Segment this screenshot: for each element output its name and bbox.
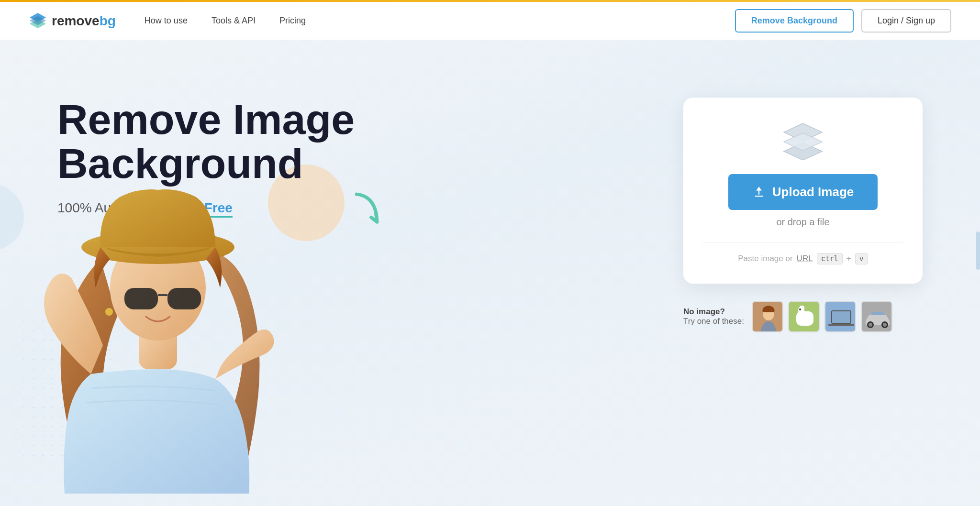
hero-section: Remove Image Background 100% Automatical… bbox=[0, 40, 980, 506]
logo-icon bbox=[29, 12, 47, 30]
layers-icon bbox=[779, 121, 827, 160]
upload-image-button[interactable]: Upload Image bbox=[728, 174, 878, 210]
paste-area: Paste image or URL ctrl + v bbox=[702, 242, 903, 264]
sample-thumbs bbox=[752, 301, 892, 332]
svg-point-28 bbox=[883, 323, 887, 327]
sample-image-4[interactable] bbox=[861, 301, 892, 332]
sample-image-2[interactable] bbox=[788, 301, 820, 332]
svg-point-9 bbox=[105, 308, 113, 316]
nav-link-pricing[interactable]: Pricing bbox=[279, 16, 306, 25]
svg-marker-12 bbox=[784, 133, 822, 151]
svg-point-18 bbox=[798, 307, 804, 314]
hero-right: Upload Image or drop a file Paste image … bbox=[683, 78, 923, 332]
upload-icon-area bbox=[702, 121, 903, 160]
nav-link-tools-api[interactable]: Tools & API bbox=[212, 16, 256, 25]
upload-card: Upload Image or drop a file Paste image … bbox=[683, 98, 923, 284]
url-link[interactable]: URL bbox=[797, 254, 813, 264]
svg-rect-22 bbox=[832, 311, 850, 323]
remove-background-button[interactable]: Remove Background bbox=[735, 9, 854, 33]
sample-image-3[interactable] bbox=[824, 301, 856, 332]
svg-rect-6 bbox=[167, 288, 201, 309]
svg-rect-5 bbox=[124, 288, 158, 309]
deco-half-circle bbox=[0, 184, 24, 251]
kbd-separator: + bbox=[846, 254, 851, 264]
navbar-right: Remove Background Login / Sign up bbox=[735, 9, 951, 33]
nav-links: How to use Tools & API Pricing bbox=[145, 16, 306, 26]
nav-link-how-to-use[interactable]: How to use bbox=[145, 16, 188, 25]
logo-link[interactable]: removebg bbox=[29, 12, 116, 30]
kbd-ctrl: ctrl bbox=[817, 253, 843, 264]
scrollbar-indicator[interactable] bbox=[976, 231, 980, 270]
sample-images-row: No image? Try one of these: bbox=[683, 301, 923, 332]
sample-image-1[interactable] bbox=[752, 301, 783, 332]
sample-label: No image? Try one of these: bbox=[683, 307, 744, 326]
kbd-v: v bbox=[855, 253, 868, 264]
woman-image bbox=[24, 135, 292, 506]
nav-item-tools-api[interactable]: Tools & API bbox=[212, 16, 256, 26]
nav-item-pricing[interactable]: Pricing bbox=[279, 16, 306, 26]
svg-point-19 bbox=[799, 308, 801, 310]
svg-rect-23 bbox=[828, 324, 854, 326]
paste-label: Paste image or bbox=[738, 254, 792, 264]
navbar: removebg How to use Tools & API Pricing … bbox=[0, 2, 980, 40]
nav-item-how-to-use[interactable]: How to use bbox=[145, 16, 188, 26]
login-signup-button[interactable]: Login / Sign up bbox=[861, 9, 951, 33]
logo-text: removebg bbox=[52, 13, 116, 29]
svg-point-26 bbox=[869, 323, 872, 327]
drop-file-text: or drop a file bbox=[702, 217, 903, 228]
svg-rect-16 bbox=[796, 311, 813, 326]
upload-arrow-icon bbox=[752, 186, 766, 199]
